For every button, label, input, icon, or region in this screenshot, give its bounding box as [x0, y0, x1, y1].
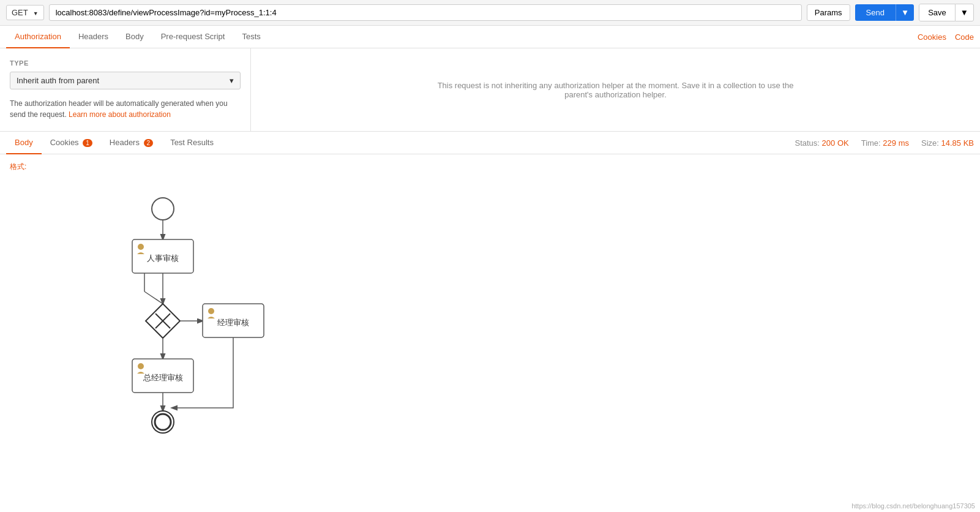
size-label: Size: 14.85 KB — [921, 138, 974, 148]
body-format-label: 格式: — [10, 162, 970, 172]
bpmn-gm-person-icon — [138, 363, 144, 369]
tab-headers[interactable]: Headers — [70, 26, 117, 48]
bpmn-diagram: 人事审核 经理审核 — [10, 178, 970, 460]
save-button[interactable]: Save — [919, 4, 956, 21]
response-tabs: Body Cookies 1 Headers 2 Test Results St… — [0, 132, 980, 154]
code-link[interactable]: Code — [955, 32, 974, 42]
bpmn-manager-person-icon — [208, 308, 214, 314]
resp-cookies-badge: 1 — [83, 139, 92, 147]
bpmn-end-event-inner — [155, 414, 171, 430]
bpmn-start-event — [152, 198, 174, 220]
method-select[interactable]: GET — [6, 5, 44, 20]
time-label: Time: 229 ms — [861, 138, 909, 148]
auth-left-panel: TYPE Inherit auth from parent ▾ The auth… — [0, 48, 251, 131]
save-dropdown-button[interactable]: ▼ — [956, 4, 974, 21]
resp-tab-body[interactable]: Body — [6, 132, 42, 154]
resp-cookies-label: Cookies — [50, 138, 79, 147]
url-bar: GET Params Send ▼ Save ▼ — [0, 0, 980, 26]
auth-info-text: This request is not inheriting any autho… — [432, 81, 799, 99]
status-value: 200 OK — [822, 138, 849, 148]
auth-type-select[interactable]: Inherit auth from parent ▾ — [10, 72, 241, 89]
params-button[interactable]: Params — [807, 4, 850, 21]
auth-section: TYPE Inherit auth from parent ▾ The auth… — [0, 48, 980, 132]
response-stats: Status: 200 OK Time: 229 ms Size: 14.85 … — [795, 138, 974, 148]
method-chevron-icon — [31, 8, 39, 17]
bpmn-manager-label: 经理审核 — [217, 318, 249, 327]
bpmn-hr-label: 人事审核 — [147, 254, 179, 263]
resp-tab-test-results[interactable]: Test Results — [162, 132, 222, 154]
send-button-group: Send ▼ — [855, 4, 915, 21]
method-label: GET — [12, 8, 28, 17]
arrow-hr-left2 — [144, 292, 163, 304]
request-tabs-left: Authorization Headers Body Pre-request S… — [6, 26, 269, 48]
send-button[interactable]: Send — [855, 4, 896, 21]
bpmn-svg: 人事审核 经理审核 — [83, 190, 279, 448]
url-input[interactable] — [49, 4, 802, 21]
bpmn-hr-person-icon — [138, 244, 144, 250]
response-body: 格式: 人事审核 — [0, 154, 980, 467]
send-dropdown-button[interactable]: ▼ — [896, 4, 914, 21]
bpmn-gm-label: 总经理审核 — [143, 373, 183, 382]
type-label: TYPE — [10, 59, 241, 67]
time-value: 229 ms — [883, 138, 909, 148]
resp-headers-label: Headers — [110, 138, 140, 147]
tab-pre-request[interactable]: Pre-request Script — [152, 26, 234, 48]
cookies-link[interactable]: Cookies — [918, 32, 946, 42]
tab-tests[interactable]: Tests — [233, 26, 269, 48]
auth-right-panel: This request is not inheriting any autho… — [251, 48, 980, 131]
size-value: 14.85 KB — [941, 138, 974, 148]
resp-tab-cookies[interactable]: Cookies 1 — [42, 132, 101, 154]
status-label: Status: 200 OK — [795, 138, 848, 148]
request-tabs-right: Cookies Code — [918, 32, 974, 42]
auth-learn-more-link[interactable]: Learn more about authorization — [69, 110, 171, 119]
auth-description: The authorization header will be automat… — [10, 98, 241, 120]
tab-authorization[interactable]: Authorization — [6, 26, 70, 48]
resp-tab-headers[interactable]: Headers 2 — [101, 132, 162, 154]
auth-type-chevron-icon: ▾ — [230, 76, 234, 85]
resp-headers-badge: 2 — [144, 139, 154, 147]
tab-body[interactable]: Body — [117, 26, 152, 48]
response-tabs-left: Body Cookies 1 Headers 2 Test Results — [6, 132, 222, 154]
save-button-group: Save ▼ — [919, 4, 974, 21]
request-tabs: Authorization Headers Body Pre-request S… — [0, 26, 980, 48]
auth-type-value: Inherit auth from parent — [17, 76, 99, 85]
